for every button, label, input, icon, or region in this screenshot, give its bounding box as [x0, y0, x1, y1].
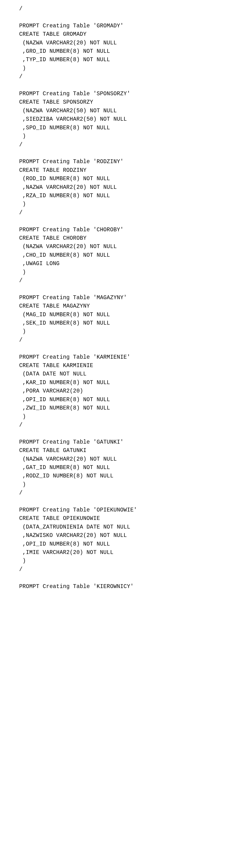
- sql-script-text: / PROMPT Creating Table 'GROMADY' CREATE…: [19, 5, 216, 591]
